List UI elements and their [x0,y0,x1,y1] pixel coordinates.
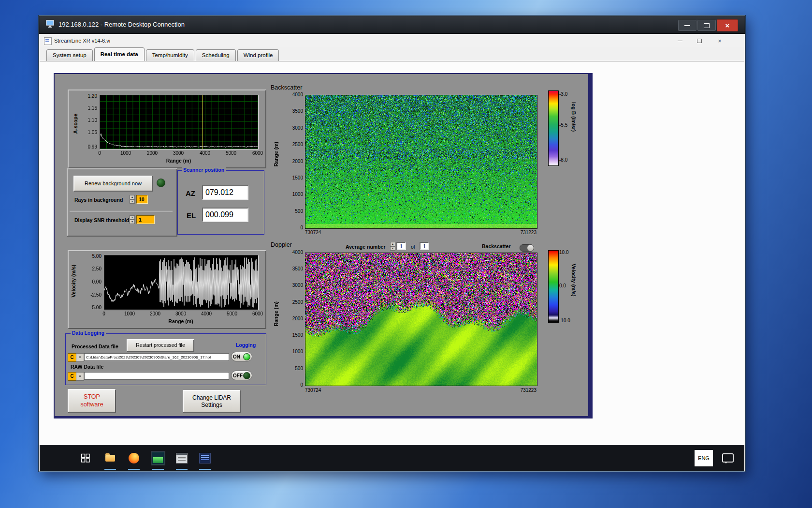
y-tick: 500 [280,366,303,371]
el-label: EL [187,211,196,220]
y-tick: 0.99 [69,144,97,149]
app-minimize-button[interactable] [671,36,689,45]
rdp-titlebar[interactable]: 192.168.0.122 - Remote Desktop Connectio… [39,16,745,34]
minimize-icon [684,25,690,26]
increment-icon[interactable]: ▲ [130,195,135,199]
stop-software-button[interactable]: STOPsoftware [68,389,116,413]
logging-on-led [243,353,250,360]
remote-taskbar: ENG [40,445,744,471]
x-start-label: 730724 [305,230,321,235]
snr-spinner[interactable]: ▲▼ [130,215,135,224]
schedule-file-button[interactable] [198,451,212,465]
y-tick: 2000 [280,159,303,164]
decrement-icon[interactable]: ▼ [390,246,395,251]
tab-wind-profile[interactable]: Wind profile [237,49,279,61]
backscatter-toggle-switch[interactable] [520,244,534,252]
average-number-field[interactable]: 1 [396,242,406,250]
x-tick: 4000 [195,150,215,156]
decrement-icon[interactable]: ▼ [130,199,135,204]
restore-icon [697,39,702,43]
tab-real-time-data[interactable]: Real time data [94,47,145,61]
y-tick: 2000 [280,316,303,321]
rays-in-background-field[interactable]: 10 [136,195,148,204]
raw-logging-toggle[interactable]: OFF [231,371,252,380]
browse-icon[interactable]: ≡ [76,353,84,362]
rdp-minimize-button[interactable] [678,20,696,31]
rdp-maximize-button[interactable] [697,20,716,31]
snr-threshold-field[interactable]: 1 [136,215,155,224]
average-total-field[interactable]: 1 [420,242,429,250]
folder-icon [105,455,115,462]
el-value-field[interactable]: 000.099 [202,208,248,222]
decrement-icon[interactable]: ▼ [130,220,135,224]
raw-drive-selector[interactable]: C [68,372,76,381]
raw-data-file-label: RAW Data file [71,364,103,370]
logging-off-led [243,372,250,379]
x-tick: 3000 [169,150,188,156]
renew-background-button[interactable]: Renew background now [73,176,153,192]
streamline-app-button[interactable] [151,451,165,465]
doppler-y-axis-label: Range (m) [273,301,279,326]
x-tick: 0 [90,150,109,156]
firefox-button[interactable] [127,451,141,465]
schedule-icon [199,453,211,463]
y-tick: 1000 [280,192,303,197]
start-button[interactable] [78,451,93,465]
app-close-button[interactable]: × [710,36,729,45]
x-tick: 4000 [197,311,216,316]
tab-system-setup[interactable]: System setup [46,49,93,61]
rdp-window: 192.168.0.122 - Remote Desktop Connectio… [39,15,745,472]
rays-spinner[interactable]: ▲▼ [130,195,135,204]
processed-drive-selector[interactable]: C [68,353,76,362]
tab-scheduling[interactable]: Scheduling [196,49,236,61]
of-label: of [411,244,415,250]
processed-logging-toggle[interactable]: ON [231,352,252,361]
chat-icon[interactable] [722,453,734,463]
scan-window-icon [176,453,188,463]
x-tick: 6000 [248,311,267,316]
close-icon: × [718,38,721,45]
restart-processed-file-button[interactable]: Restart processed file [127,339,194,352]
average-number-spinner[interactable]: ▲▼ [390,242,395,250]
y-tick: 3500 [280,108,303,114]
y-tick: 4000 [280,250,303,255]
change-lidar-settings-button[interactable]: Change LiDARSettings [183,390,241,413]
x-tick: 3000 [171,311,190,316]
y-tick: 2500 [280,299,303,305]
az-label: AZ [186,189,195,197]
remote-desktop-icon [46,20,55,29]
increment-icon[interactable]: ▲ [390,242,395,246]
scan-schedule-button[interactable] [174,451,189,465]
colorbar-tick: -8.0 [559,157,567,163]
rays-in-background-label: Rays in background [74,197,123,203]
doppler-heatmap [305,253,537,386]
language-indicator[interactable]: ENG [695,450,713,466]
file-explorer-button[interactable] [103,451,117,465]
app-window-title: StreamLine XR v14-6.vi [54,38,110,44]
ascope-plot [100,95,259,149]
front-panel: A-scope 1.20 1.15 1.10 1.05 0.99 0 1000 … [54,73,593,418]
x-tick: 5000 [221,150,241,156]
increment-icon[interactable]: ▲ [130,215,135,220]
colorbar-tick: -5.5 [559,122,567,128]
close-icon: × [725,21,730,30]
browse-icon[interactable]: ≡ [76,372,84,381]
average-number-label: Average number [346,244,385,250]
divider [70,211,173,212]
x-start-label: 730724 [305,388,321,393]
app-titlebar[interactable]: StreamLine XR v14-6.vi × [40,35,744,47]
rdp-close-button[interactable]: × [717,19,738,31]
y-tick: 0.00 [69,279,102,284]
y-tick: 3500 [280,266,303,271]
az-value-field[interactable]: 079.012 [202,185,248,200]
raw-data-file-path[interactable] [84,372,229,380]
processed-data-file-label: Processed Data file [72,344,118,349]
processed-data-file-path[interactable]: C:\Lidar\Data\Proc\2023\202309\20230906\… [84,353,229,361]
tab-temp-humidity[interactable]: Temp/humidity [146,49,194,61]
ascope-plot-frame: A-scope 1.20 1.15 1.10 1.05 0.99 0 1000 … [68,90,266,168]
app-restore-button[interactable] [690,36,709,45]
velocity-x-axis-label: Range (m) [104,318,258,324]
y-tick: 0 [280,382,303,388]
data-logging-group: Data Logging Processed Data file Restart… [65,333,266,385]
y-tick: 1.20 [69,93,97,99]
